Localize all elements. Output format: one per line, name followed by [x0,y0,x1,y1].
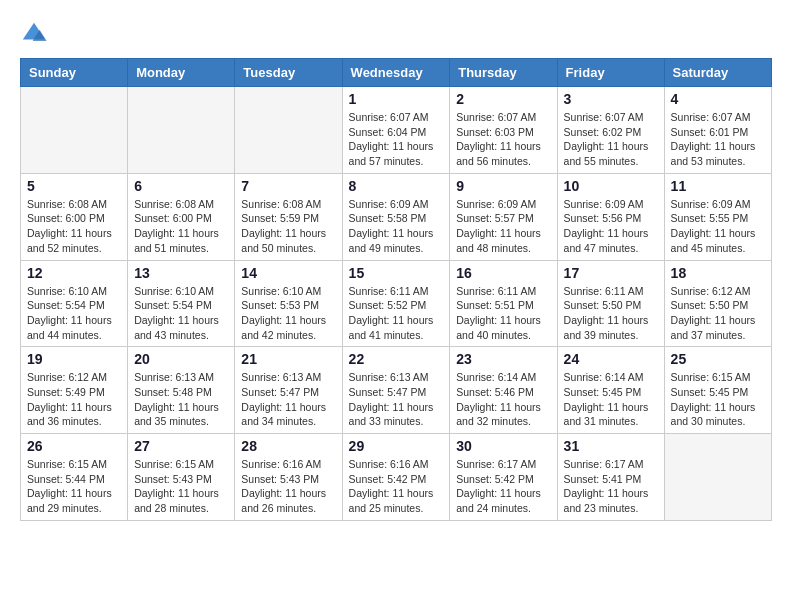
day-info: Sunrise: 6:08 AMSunset: 6:00 PMDaylight:… [134,197,228,256]
day-info: Sunrise: 6:13 AMSunset: 5:47 PMDaylight:… [241,370,335,429]
day-cell [21,87,128,174]
page-header [20,20,772,48]
day-cell: 8Sunrise: 6:09 AMSunset: 5:58 PMDaylight… [342,173,450,260]
day-cell: 3Sunrise: 6:07 AMSunset: 6:02 PMDaylight… [557,87,664,174]
week-row-2: 5Sunrise: 6:08 AMSunset: 6:00 PMDaylight… [21,173,772,260]
day-info: Sunrise: 6:09 AMSunset: 5:55 PMDaylight:… [671,197,765,256]
day-cell: 19Sunrise: 6:12 AMSunset: 5:49 PMDayligh… [21,347,128,434]
day-number: 14 [241,265,335,281]
day-info: Sunrise: 6:13 AMSunset: 5:48 PMDaylight:… [134,370,228,429]
day-info: Sunrise: 6:17 AMSunset: 5:42 PMDaylight:… [456,457,550,516]
day-number: 21 [241,351,335,367]
day-info: Sunrise: 6:14 AMSunset: 5:45 PMDaylight:… [564,370,658,429]
day-cell: 23Sunrise: 6:14 AMSunset: 5:46 PMDayligh… [450,347,557,434]
weekday-header-tuesday: Tuesday [235,59,342,87]
day-number: 2 [456,91,550,107]
day-number: 15 [349,265,444,281]
day-number: 23 [456,351,550,367]
day-number: 7 [241,178,335,194]
day-number: 25 [671,351,765,367]
day-number: 29 [349,438,444,454]
day-number: 26 [27,438,121,454]
day-info: Sunrise: 6:07 AMSunset: 6:01 PMDaylight:… [671,110,765,169]
day-cell: 27Sunrise: 6:15 AMSunset: 5:43 PMDayligh… [128,434,235,521]
logo [20,20,52,48]
day-cell: 9Sunrise: 6:09 AMSunset: 5:57 PMDaylight… [450,173,557,260]
day-number: 9 [456,178,550,194]
day-info: Sunrise: 6:11 AMSunset: 5:52 PMDaylight:… [349,284,444,343]
day-number: 19 [27,351,121,367]
day-cell: 26Sunrise: 6:15 AMSunset: 5:44 PMDayligh… [21,434,128,521]
day-number: 20 [134,351,228,367]
weekday-header-thursday: Thursday [450,59,557,87]
day-info: Sunrise: 6:09 AMSunset: 5:57 PMDaylight:… [456,197,550,256]
week-row-3: 12Sunrise: 6:10 AMSunset: 5:54 PMDayligh… [21,260,772,347]
day-info: Sunrise: 6:16 AMSunset: 5:43 PMDaylight:… [241,457,335,516]
day-info: Sunrise: 6:08 AMSunset: 5:59 PMDaylight:… [241,197,335,256]
day-info: Sunrise: 6:07 AMSunset: 6:03 PMDaylight:… [456,110,550,169]
day-info: Sunrise: 6:15 AMSunset: 5:43 PMDaylight:… [134,457,228,516]
day-number: 31 [564,438,658,454]
day-cell [128,87,235,174]
day-info: Sunrise: 6:10 AMSunset: 5:54 PMDaylight:… [27,284,121,343]
day-cell: 5Sunrise: 6:08 AMSunset: 6:00 PMDaylight… [21,173,128,260]
weekday-header-sunday: Sunday [21,59,128,87]
day-info: Sunrise: 6:09 AMSunset: 5:58 PMDaylight:… [349,197,444,256]
weekday-header-wednesday: Wednesday [342,59,450,87]
day-cell: 31Sunrise: 6:17 AMSunset: 5:41 PMDayligh… [557,434,664,521]
day-number: 27 [134,438,228,454]
day-number: 5 [27,178,121,194]
weekday-header-saturday: Saturday [664,59,771,87]
day-cell: 1Sunrise: 6:07 AMSunset: 6:04 PMDaylight… [342,87,450,174]
day-info: Sunrise: 6:10 AMSunset: 5:53 PMDaylight:… [241,284,335,343]
day-number: 10 [564,178,658,194]
day-number: 30 [456,438,550,454]
calendar: SundayMondayTuesdayWednesdayThursdayFrid… [20,58,772,521]
day-number: 4 [671,91,765,107]
day-info: Sunrise: 6:09 AMSunset: 5:56 PMDaylight:… [564,197,658,256]
weekday-header-friday: Friday [557,59,664,87]
day-cell: 18Sunrise: 6:12 AMSunset: 5:50 PMDayligh… [664,260,771,347]
day-cell: 25Sunrise: 6:15 AMSunset: 5:45 PMDayligh… [664,347,771,434]
day-info: Sunrise: 6:13 AMSunset: 5:47 PMDaylight:… [349,370,444,429]
day-cell: 4Sunrise: 6:07 AMSunset: 6:01 PMDaylight… [664,87,771,174]
day-cell: 7Sunrise: 6:08 AMSunset: 5:59 PMDaylight… [235,173,342,260]
day-number: 12 [27,265,121,281]
day-info: Sunrise: 6:15 AMSunset: 5:45 PMDaylight:… [671,370,765,429]
day-info: Sunrise: 6:12 AMSunset: 5:49 PMDaylight:… [27,370,121,429]
day-cell: 21Sunrise: 6:13 AMSunset: 5:47 PMDayligh… [235,347,342,434]
day-cell: 22Sunrise: 6:13 AMSunset: 5:47 PMDayligh… [342,347,450,434]
day-info: Sunrise: 6:15 AMSunset: 5:44 PMDaylight:… [27,457,121,516]
day-cell: 12Sunrise: 6:10 AMSunset: 5:54 PMDayligh… [21,260,128,347]
week-row-4: 19Sunrise: 6:12 AMSunset: 5:49 PMDayligh… [21,347,772,434]
day-cell: 15Sunrise: 6:11 AMSunset: 5:52 PMDayligh… [342,260,450,347]
day-cell: 6Sunrise: 6:08 AMSunset: 6:00 PMDaylight… [128,173,235,260]
weekday-header-monday: Monday [128,59,235,87]
day-number: 3 [564,91,658,107]
weekday-header-row: SundayMondayTuesdayWednesdayThursdayFrid… [21,59,772,87]
day-number: 6 [134,178,228,194]
day-cell [664,434,771,521]
week-row-5: 26Sunrise: 6:15 AMSunset: 5:44 PMDayligh… [21,434,772,521]
day-number: 28 [241,438,335,454]
day-cell: 17Sunrise: 6:11 AMSunset: 5:50 PMDayligh… [557,260,664,347]
day-info: Sunrise: 6:11 AMSunset: 5:51 PMDaylight:… [456,284,550,343]
day-cell: 29Sunrise: 6:16 AMSunset: 5:42 PMDayligh… [342,434,450,521]
day-info: Sunrise: 6:07 AMSunset: 6:04 PMDaylight:… [349,110,444,169]
day-cell: 16Sunrise: 6:11 AMSunset: 5:51 PMDayligh… [450,260,557,347]
day-number: 16 [456,265,550,281]
day-cell [235,87,342,174]
day-info: Sunrise: 6:11 AMSunset: 5:50 PMDaylight:… [564,284,658,343]
day-info: Sunrise: 6:10 AMSunset: 5:54 PMDaylight:… [134,284,228,343]
day-number: 17 [564,265,658,281]
day-info: Sunrise: 6:07 AMSunset: 6:02 PMDaylight:… [564,110,658,169]
week-row-1: 1Sunrise: 6:07 AMSunset: 6:04 PMDaylight… [21,87,772,174]
logo-icon [20,20,48,48]
day-cell: 13Sunrise: 6:10 AMSunset: 5:54 PMDayligh… [128,260,235,347]
day-cell: 30Sunrise: 6:17 AMSunset: 5:42 PMDayligh… [450,434,557,521]
day-number: 8 [349,178,444,194]
day-number: 24 [564,351,658,367]
day-cell: 10Sunrise: 6:09 AMSunset: 5:56 PMDayligh… [557,173,664,260]
day-number: 11 [671,178,765,194]
day-info: Sunrise: 6:16 AMSunset: 5:42 PMDaylight:… [349,457,444,516]
